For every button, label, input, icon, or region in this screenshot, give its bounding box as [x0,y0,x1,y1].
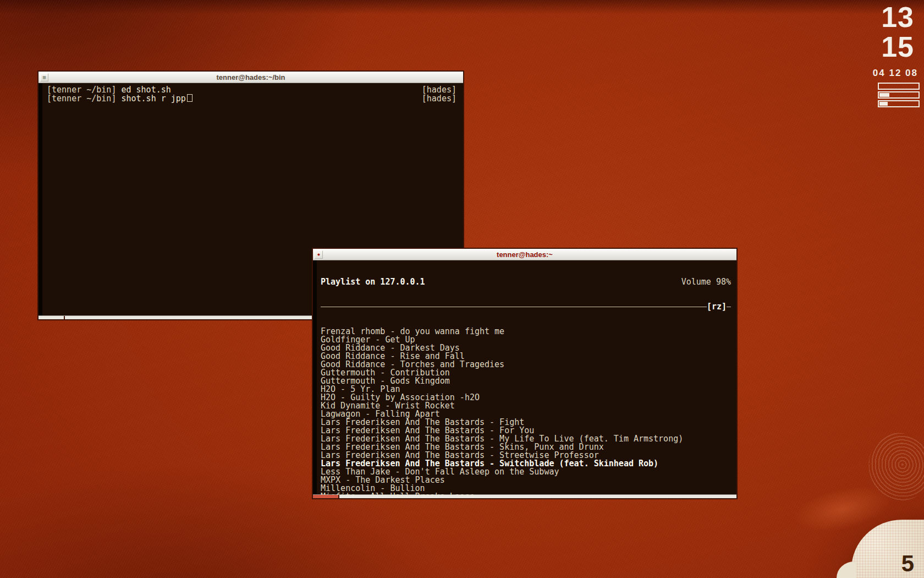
window-menu-icon: ▦ [43,75,46,80]
playlist-track[interactable]: Frenzal rhomb - do you wanna fight me [313,328,736,336]
status-meter [878,100,920,107]
playlist-track[interactable]: H2O - Guilty by Association -h2O [313,394,736,402]
player-window: ✸ tenner@hades:~ Playlist on 127.0.0.1 V… [312,248,738,499]
mode-flags: [rz] [707,303,727,311]
window-resize-handle[interactable] [313,495,339,498]
playlist-track[interactable]: Good Riddance - Torches and Tragedies [313,361,736,369]
playlist-track[interactable]: H2O - 5 Yr. Plan [313,385,736,394]
player-window-title: tenner@hades:~ [313,250,736,259]
playlist-track[interactable]: Guttermouth - Contribution [313,369,736,377]
playlist-title: Playlist on 127.0.0.1 [321,278,425,286]
playlist-track[interactable]: Good Riddance - Rise and Fall [313,352,736,361]
terminal-cursor [187,94,193,102]
player-content[interactable]: Playlist on 127.0.0.1 Volume 98% [rz] Fr… [313,260,736,495]
window-resize-handle[interactable] [38,316,65,319]
terminal-window-title: tenner@hades:~/bin [38,73,463,81]
window-menu-button[interactable]: ▦ [40,73,48,81]
playlist: Frenzal rhomb - do you wanna fight meGol… [313,328,736,495]
status-meter [878,91,920,99]
playlist-track[interactable]: Lars Frederiksen And The Bastards - Figh… [313,418,736,427]
terminal-line: [tenner ~/bin] ed shot.sh[hades] [47,85,457,94]
volume-indicator: Volume 98% [681,278,731,286]
playlist-track[interactable]: Misfits - All Hell Breaks Loose [313,493,736,495]
playlist-track[interactable]: Good Riddance - Darkest Days [313,344,736,352]
playlist-header: Playlist on 127.0.0.1 Volume 98% [313,278,736,286]
playlist-track[interactable]: Lars Frederiksen And The Bastards - Stre… [313,451,736,460]
window-menu-icon: ✸ [317,252,320,257]
terminal-lines: [tenner ~/bin] ed shot.sh[hades][tenner … [38,83,463,103]
playlist-track[interactable]: Guttermouth - Gods Kingdom [313,377,736,385]
clock-hour: 13 [870,4,914,30]
window-menu-button[interactable]: ✸ [315,250,323,259]
clock-widget: 13 15 04 12 08 [870,4,920,107]
terminal-scrollbar[interactable] [38,83,42,316]
player-screen: Playlist on 127.0.0.1 Volume 98% [rz] Fr… [313,260,736,495]
status-meters [870,83,920,107]
window-resize-bar[interactable] [313,494,736,498]
playlist-track[interactable]: Lars Frederiksen And The Bastards - My L… [313,435,736,443]
status-meter [878,83,920,90]
clock-minute: 15 [870,34,914,60]
header-separator: [rz] [313,303,736,311]
playlist-track[interactable]: MXPX - The Darkest Places [313,476,736,484]
player-titlebar[interactable]: ✸ tenner@hades:~ [313,249,736,260]
playlist-track[interactable]: Lars Frederiksen And The Bastards - For … [313,427,736,435]
playlist-track[interactable]: Lars Frederiksen And The Bastards - Skin… [313,443,736,451]
terminal-titlebar[interactable]: ▦ tenner@hades:~/bin [38,72,463,83]
playlist-track[interactable]: Less Than Jake - Don't Fall Asleep on th… [313,468,736,476]
playlist-track[interactable]: Millencolin - Bullion [313,484,736,493]
terminal-line: [tenner ~/bin] shot.sh r jpp[hades] [47,94,457,103]
playlist-track[interactable]: Lars Frederiksen And The Bastards - Swit… [313,460,736,468]
clock-date: 04 12 08 [870,68,918,79]
wallpaper-number-5: 5 [901,550,914,577]
playlist-track[interactable]: Goldfinger - Get Up [313,336,736,344]
playlist-track[interactable]: Kid Dynamite - Wrist Rocket [313,402,736,410]
playlist-track[interactable]: Lagwagon - Falling Apart [313,410,736,418]
